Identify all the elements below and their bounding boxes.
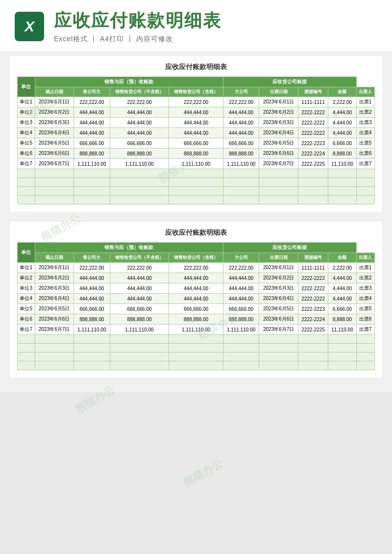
table2-header-row-1: 单位 销售与应（预）收账款 应收货公司账据 [18, 243, 375, 253]
excel-logo: X [15, 12, 44, 41]
t2-col-issuer: 出票人 [356, 253, 374, 263]
table-body-1: 单位12023年6月1日222,222.00222,222.00222,222.… [18, 97, 375, 204]
table-section-2: 应收应付账款明细表 单位 销售与应（预）收账款 应收货公司账据 截止日期 售公司… [10, 222, 382, 378]
t2-col-sales-in-tax: 销售给货公司（含税） [169, 253, 223, 263]
header-text: 应收应付账款明细表 Excel格式 丨 A4打印 丨 内容可修改 [54, 9, 221, 44]
t2-col-group-sales: 销售与应（预）收账款 [35, 243, 223, 253]
table-row: 单位32023年6月3日444,444.00444,444.00444,444.… [18, 118, 375, 128]
table-2: 单位 销售与应（预）收账款 应收货公司账据 截止日期 售公司欠 销售给货公司（不… [17, 242, 375, 370]
t2-col-issue-date: 出票日期 [259, 253, 298, 263]
table-body-2: 单位12023年6月1日222,222.00222,222.00222,222.… [18, 263, 375, 370]
t2-col-group-receivable: 应收货公司账据 [223, 243, 356, 253]
table-title-1: 应收应付账款明细表 [17, 61, 375, 74]
table2-header-row-2: 截止日期 售公司欠 销售给货公司（不含税） 销售给货公司（含税） 欠公司 出票日… [18, 253, 375, 263]
col-group-receivable: 应收货公司账据 [223, 77, 356, 87]
col-amount: 金额 [328, 87, 357, 97]
table-header-row-1: 单位 销售与应（预）收账款 应收货公司账据 [18, 77, 375, 87]
table-row: 单位22023年6月2日444,444.00444,444.00444,444.… [18, 273, 375, 283]
empty-row [18, 178, 375, 187]
table-row: 单位52023年6月5日666,666.00666,666.00666,666.… [18, 138, 375, 149]
page-header: X 应收应付账款明细表 Excel格式 丨 A4打印 丨 内容可修改 [0, 0, 392, 51]
table-section-1: 应收应付账款明细表 单位 销售与应（预）收账款 应收货公司账据 截止日期 售公司… [10, 56, 382, 212]
col-issue-date: 出票日期 [259, 87, 298, 97]
t2-col-ticket-no: 票据编号 [298, 253, 328, 263]
empty-row [18, 353, 375, 361]
table-row: 单位42023年6月4日444,444.00444,444.00444,444.… [18, 294, 375, 304]
page-subtitle: Excel格式 丨 A4打印 丨 内容可修改 [54, 35, 221, 44]
col-unit: 单位 [18, 77, 35, 97]
col-company-owe: 售公司欠 [74, 87, 110, 97]
table-row: 单位72023年6月7日1,111,110.001,111,110.001,11… [18, 325, 375, 335]
empty-row [18, 169, 375, 178]
table-row: 单位12023年6月1日222,222.00222,222.00222,222.… [18, 263, 375, 273]
watermark-6: 熊猫办公 [180, 456, 225, 490]
col-sales-ex-tax: 销售给货公司（不含税） [110, 87, 169, 97]
page-title: 应收应付账款明细表 [54, 9, 221, 33]
empty-row [18, 344, 375, 353]
table-1: 单位 销售与应（预）收账款 应收货公司账据 截止日期 售公司欠 销售给货公司（不… [17, 76, 375, 204]
col-issuer: 出票人 [356, 87, 374, 97]
col-owe-company: 欠公司 [223, 87, 259, 97]
t2-col-sales-ex-tax: 销售给货公司（不含税） [110, 253, 169, 263]
table-row: 单位32023年6月3日444,444.00444,444.00444,444.… [18, 283, 375, 294]
table-row: 单位42023年6月4日444,444.00444,444.00444,444.… [18, 128, 375, 138]
logo-letter: X [24, 18, 34, 35]
col-sales-in-tax: 销售给货公司（含税） [169, 87, 223, 97]
table-row: 单位62023年6月6日888,888.00888,888.00888,888.… [18, 149, 375, 159]
table-row: 单位72023年6月7日1,111,110.001,111,110.001,11… [18, 159, 375, 169]
table-row: 单位22023年6月2日444,444.00444,444.00444,444.… [18, 107, 375, 118]
table-header-row-2: 截止日期 售公司欠 销售给货公司（不含税） 销售给货公司（含税） 欠公司 出票日… [18, 87, 375, 97]
col-ticket-no: 票据编号 [298, 87, 328, 97]
table-row: 单位12023年6月1日222,222.00222,222.00222,222.… [18, 97, 375, 107]
table-title-2: 应收应付账款明细表 [17, 227, 375, 239]
empty-row [18, 196, 375, 204]
empty-row [18, 335, 375, 344]
main-content: 应收应付账款明细表 单位 销售与应（预）收账款 应收货公司账据 截止日期 售公司… [0, 51, 392, 392]
col-end-date: 截止日期 [35, 87, 74, 97]
table-row: 单位52023年6月5日666,666.00666,666.00666,666.… [18, 304, 375, 314]
empty-row [18, 187, 375, 196]
t2-col-end-date: 截止日期 [35, 253, 74, 263]
t2-col-company-owe: 售公司欠 [74, 253, 110, 263]
table-row: 单位62023年6月6日888,888.00888,888.00888,888.… [18, 314, 375, 325]
t2-col-unit: 单位 [18, 243, 35, 263]
t2-col-owe-company: 欠公司 [223, 253, 259, 263]
col-group-sales: 销售与应（预）收账款 [35, 77, 223, 87]
empty-row [18, 361, 375, 370]
t2-col-amount: 金额 [328, 253, 357, 263]
